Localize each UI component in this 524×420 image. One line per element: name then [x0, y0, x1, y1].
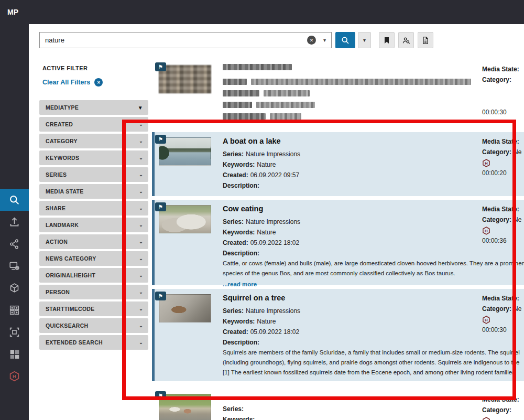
thumbnail[interactable]: ⚑: [159, 137, 211, 166]
svg-text:H: H: [13, 373, 16, 379]
active-filter-title: ACTIVE FILTER: [42, 65, 148, 71]
nav-app-grid[interactable]: [0, 343, 29, 365]
clear-filters-x-icon[interactable]: ✕: [94, 78, 103, 87]
series-label: Series:: [223, 150, 244, 158]
search-options-button[interactable]: ▾: [358, 32, 371, 48]
filter-mediatype[interactable]: MEDIATYPE ▼: [39, 100, 148, 115]
bookmark-button[interactable]: [379, 32, 395, 48]
result-title: Squirrel on a tree: [223, 293, 520, 303]
main-content: ✕ ▾ ▾ ACTIVE FILTER Clear All Filters ✕: [29, 24, 524, 420]
filter-starttimecode[interactable]: STARTTIMECODE ⌄: [39, 301, 148, 316]
clear-all-filters-label: Clear All Filters: [42, 79, 90, 86]
search-button[interactable]: [335, 32, 355, 48]
thumbnail[interactable]: ⚑: [159, 205, 211, 233]
thumbnail[interactable]: ⚑: [159, 65, 211, 93]
search-box[interactable]: ✕ ▾: [39, 32, 332, 48]
chevron-down-icon: ▼: [138, 105, 143, 111]
filter-label: SHARE: [46, 205, 66, 211]
filter-series[interactable]: SERIES ⌄: [39, 167, 148, 182]
category-label: Category:: [482, 305, 511, 313]
filter-person[interactable]: PERSON ⌄: [39, 285, 148, 299]
filter-share[interactable]: SHARE ⌄: [39, 201, 148, 216]
created-label: Created:: [223, 239, 248, 246]
chevron-down-icon: ⌄: [139, 323, 143, 328]
redacted-text-bar: [256, 102, 315, 108]
search-toolbar: ✕ ▾ ▾: [39, 32, 433, 48]
chevron-down-icon: ⌄: [139, 340, 143, 345]
filter-label: ACTION: [46, 239, 68, 245]
search-suggest-caret-icon[interactable]: ▾: [323, 37, 326, 43]
filter-created[interactable]: CREATED ⌄: [39, 117, 148, 132]
result-item-cow[interactable]: ⚑ Cow eating Series:Nature Impressions K…: [152, 200, 524, 285]
thumbnail-image-squirrel: [159, 294, 211, 322]
chevron-down-icon: ⌄: [139, 206, 143, 211]
filter-media-state[interactable]: MEDIA STATE ⌄: [39, 184, 148, 199]
media-state-label: Media State:: [482, 138, 519, 145]
read-more-link[interactable]: ...read more: [223, 281, 524, 287]
result-item-partial[interactable]: ⚑ Series: Keywords: Media State: Categor…: [152, 390, 524, 420]
series-label: Series:: [223, 307, 244, 315]
nav-icon-list: H: [0, 189, 29, 387]
category-value: Ne: [514, 148, 521, 156]
nav-cube[interactable]: [0, 277, 29, 299]
keywords-value: Nature: [257, 318, 276, 325]
result-text: A boat on a lake Series:Nature Impressio…: [223, 136, 300, 191]
keywords-label: Keywords:: [223, 318, 255, 325]
redacted-text-bar: [223, 64, 292, 70]
filter-originalheight[interactable]: ORIGINALHEIGHT ⌄: [39, 268, 148, 283]
created-value: 05.09.2022 18:02: [250, 328, 299, 336]
result-item-boat[interactable]: ⚑ A boat on a lake Series:Nature Impress…: [152, 132, 524, 196]
clear-search-icon[interactable]: ✕: [307, 36, 316, 45]
hexagon-h-badge: H: [482, 227, 524, 235]
result-item-squirrel[interactable]: ⚑ Squirrel on a tree Series:Nature Impre…: [152, 289, 524, 381]
svg-text:H: H: [485, 161, 488, 166]
thumbnail[interactable]: ⚑: [159, 394, 211, 420]
user-search-button[interactable]: [398, 32, 414, 48]
thumbnail[interactable]: ⚑: [159, 294, 211, 322]
nav-upload[interactable]: [0, 211, 29, 233]
filter-landmark[interactable]: LANDMARK ⌄: [39, 218, 148, 232]
filter-news-category[interactable]: NEWS CATEGORY ⌄: [39, 251, 148, 266]
duration: 00:00:30: [482, 325, 524, 335]
media-type-flag-icon: ⚑: [155, 135, 166, 144]
tiles-icon: [9, 305, 20, 316]
search-input[interactable]: [45, 36, 307, 44]
nav-tiles[interactable]: [0, 299, 29, 321]
chevron-down-icon: ⌄: [139, 172, 143, 177]
description-label: Description:: [223, 337, 520, 348]
user-search-icon: [402, 36, 410, 45]
filter-extended-search[interactable]: EXTENDED SEARCH ⌄: [39, 335, 148, 350]
description-line: species of the genus Bos, and are most c…: [223, 268, 524, 278]
nav-search[interactable]: [0, 189, 29, 211]
chevron-down-icon: ⌄: [139, 273, 143, 278]
chevron-down-icon: ⌄: [139, 122, 143, 127]
app-grid-icon: [9, 349, 20, 360]
description-line: [1] The earliest known fossilized squirr…: [223, 368, 520, 378]
filter-action[interactable]: ACTION ⌄: [39, 234, 148, 249]
filter-label: CATEGORY: [46, 138, 78, 144]
filter-label: NEWS CATEGORY: [46, 255, 96, 262]
filter-category[interactable]: CATEGORY ⌄: [39, 134, 148, 148]
chevron-down-icon: ⌄: [139, 138, 143, 144]
category-label: Category:: [482, 216, 511, 223]
filter-quicksearch[interactable]: QUICKSEARCH ⌄: [39, 318, 148, 333]
nav-brand[interactable]: H: [0, 365, 29, 387]
clear-all-filters[interactable]: Clear All Filters ✕: [42, 78, 148, 87]
filter-label: LANDMARK: [46, 222, 79, 228]
hexagon-h-badge: H: [482, 417, 524, 420]
media-settings-icon: [9, 261, 20, 272]
nav-media-settings[interactable]: [0, 255, 29, 277]
media-type-flag-icon: ⚑: [155, 292, 166, 300]
redacted-text-bar: [251, 79, 471, 85]
bookmark-icon: [383, 36, 391, 45]
result-item-redacted[interactable]: ⚑ Media State: Category: 00:00:30: [152, 60, 524, 117]
redacted-text-bar: [223, 79, 247, 85]
category-label: Category:: [482, 148, 511, 156]
filter-label: SERIES: [46, 171, 67, 178]
nav-share-network[interactable]: [0, 233, 29, 255]
results-list: ⚑ Media State: Category: 00:00:30: [152, 60, 524, 420]
document-button[interactable]: [418, 32, 433, 48]
app-logo[interactable]: MP: [7, 8, 18, 16]
nav-qr-scan[interactable]: [0, 321, 29, 343]
filter-keywords[interactable]: KEYWORDS ⌄: [39, 150, 148, 165]
